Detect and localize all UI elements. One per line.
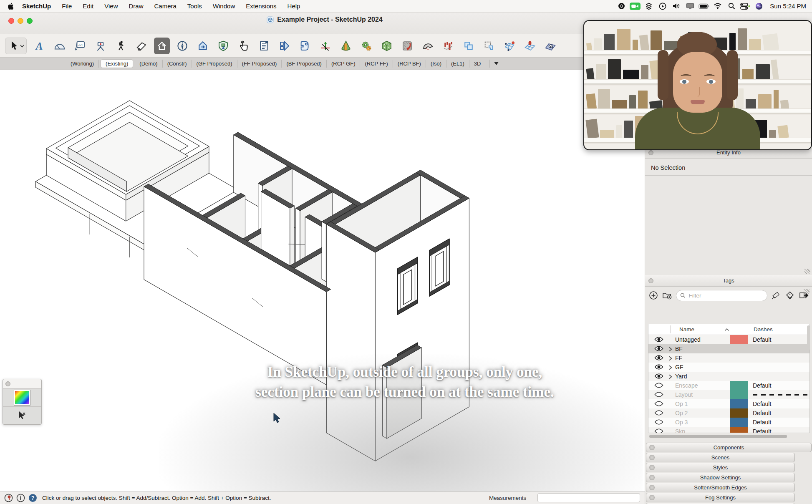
panel-collapse-circle[interactable] (649, 455, 655, 460)
chevron-right-icon[interactable] (668, 365, 672, 371)
panel-bar-soften-smooth-edges[interactable]: Soften/Smooth Edges (646, 483, 795, 492)
add-tag-button[interactable] (648, 290, 658, 300)
entity-info-collapse-circle[interactable] (648, 150, 653, 155)
tag-row-op-2[interactable]: Op 2Default (648, 408, 809, 418)
visibility-eye-icon[interactable] (654, 336, 663, 343)
tool-shield-download[interactable] (215, 38, 231, 54)
tag-dashes-value[interactable]: Default (753, 382, 771, 389)
tags-collapse-circle[interactable] (648, 278, 653, 283)
tool-smoove-grid[interactable] (522, 38, 538, 54)
tag-dashes-value[interactable]: Default (753, 410, 771, 416)
tool-section-plane-house[interactable] (154, 38, 170, 54)
tags-header[interactable]: Tags (645, 275, 812, 287)
scene-tab-bf-proposed[interactable]: (BF Proposed) (282, 60, 327, 68)
chevron-right-icon[interactable] (668, 346, 672, 353)
add-tag-folder-button[interactable] (662, 290, 672, 300)
scene-tab-existing[interactable]: (Existing) (101, 60, 133, 68)
tool-position-camera[interactable] (93, 38, 108, 54)
tool-north-compass[interactable]: C (174, 38, 190, 54)
tag-row-op-1[interactable]: Op 1Default (648, 399, 809, 408)
tool-annotation-a1[interactable]: A1 (72, 38, 88, 54)
menu-item-tools[interactable]: Tools (182, 3, 207, 10)
control-center-icon[interactable] (740, 2, 751, 10)
menu-item-camera[interactable]: Camera (149, 3, 182, 10)
panel-collapse-circle[interactable] (649, 485, 655, 490)
apple-logo-icon[interactable] (6, 2, 17, 10)
palette-color-cell[interactable] (3, 389, 41, 407)
tag-list-column-header[interactable]: Name Dashes (648, 324, 809, 335)
panel-collapse-circle[interactable] (649, 465, 655, 470)
menu-item-window[interactable]: Window (207, 3, 240, 10)
visibility-eye-icon[interactable] (654, 364, 663, 370)
tag-filter-input[interactable] (688, 292, 763, 299)
search-icon[interactable] (726, 2, 737, 10)
tool-eraser[interactable] (134, 38, 149, 54)
menu-item-file[interactable]: File (56, 3, 77, 10)
chevron-right-icon[interactable] (668, 355, 672, 362)
tool-sandbox-grid[interactable] (502, 38, 517, 54)
tool-click-hand[interactable] (236, 38, 252, 54)
tag-row-enscape[interactable]: EnscapeDefault (648, 381, 809, 390)
geolocation-status-icon[interactable] (4, 494, 13, 502)
menu-item-extensions[interactable]: Extensions (240, 3, 282, 10)
display-icon[interactable] (685, 2, 696, 10)
menu-app-name[interactable]: SketchUp (17, 3, 56, 10)
tag-color-swatch[interactable] (730, 335, 748, 344)
tool-gauge[interactable] (420, 38, 436, 54)
panel-collapse-circle[interactable] (649, 495, 655, 500)
tags-horizontal-scrollbar[interactable] (649, 435, 787, 438)
play-circle-icon[interactable] (657, 2, 668, 10)
record-indicator-icon[interactable] (616, 2, 627, 10)
wifi-icon[interactable] (712, 2, 723, 10)
scene-tab-iso[interactable]: (Iso) (426, 60, 446, 68)
resize-grip-icon[interactable] (804, 269, 810, 274)
battery-icon[interactable] (699, 2, 709, 10)
tags-vertical-scrollbar[interactable] (807, 325, 810, 350)
resize-grip-icon[interactable] (804, 289, 809, 294)
tool-solid-cone[interactable] (338, 38, 354, 54)
tag-color-swatch[interactable] (730, 427, 748, 433)
measurements-input[interactable] (537, 493, 640, 502)
tool-profile-builder[interactable] (297, 38, 313, 54)
tool-report-document[interactable] (256, 38, 272, 54)
tool-walk[interactable] (113, 38, 129, 54)
tag-dash-pattern[interactable] (753, 394, 808, 396)
scene-tab-gf-proposed[interactable]: (GF Proposed) (192, 60, 237, 68)
tag-row-gf[interactable]: GF (648, 363, 809, 372)
panel-bar-components[interactable]: Components (646, 443, 812, 452)
visibility-eye-icon[interactable] (654, 373, 663, 379)
tag-color-swatch[interactable] (730, 399, 748, 408)
tool-text-3d[interactable]: A (31, 38, 47, 54)
tags-stack-button[interactable] (785, 290, 795, 300)
tool-elevation-split[interactable] (277, 38, 293, 54)
panel-bar-scenes[interactable]: Scenes (646, 453, 795, 462)
shortcuts-icon[interactable] (643, 2, 654, 10)
hidden-eye-icon[interactable] (654, 428, 663, 433)
model-viewport[interactable]: In SketchUp, outside of all groups, only… (0, 70, 645, 491)
panel-collapse-circle[interactable] (649, 445, 655, 450)
panel-bar-fog-settings[interactable]: Fog Settings (646, 493, 795, 502)
menu-item-edit[interactable]: Edit (77, 3, 99, 10)
tag-dashes-value[interactable]: Default (753, 419, 771, 426)
column-dashes[interactable]: Dashes (754, 326, 773, 333)
facetime-camera-icon[interactable] (630, 2, 641, 10)
scene-tab-ff-proposed[interactable]: (FF Proposed) (237, 60, 282, 68)
hidden-eye-icon[interactable] (654, 419, 663, 425)
chevron-right-icon[interactable] (668, 374, 672, 381)
scene-tab-3d[interactable]: 3D (469, 60, 486, 68)
palette-collapse-circle[interactable] (5, 381, 10, 386)
tag-row-layout[interactable]: Layout (648, 390, 809, 399)
tag-row-yard[interactable]: Yard (648, 372, 809, 381)
tool-dots-cube[interactable] (379, 38, 395, 54)
tool-select[interactable] (5, 38, 27, 54)
tool-gears[interactable] (358, 38, 374, 54)
volume-icon[interactable] (671, 2, 682, 10)
tool-paste-in-place[interactable] (481, 38, 497, 54)
visibility-eye-icon[interactable] (654, 345, 663, 352)
scene-tabs-overflow-button[interactable] (489, 60, 503, 68)
scene-tab-rcp-gf[interactable]: (RCP GF) (327, 60, 361, 68)
tag-color-swatch[interactable] (730, 418, 748, 427)
edit-tag-button[interactable] (771, 290, 781, 300)
hidden-eye-icon[interactable] (654, 391, 663, 398)
info-status-icon[interactable] (16, 494, 25, 502)
